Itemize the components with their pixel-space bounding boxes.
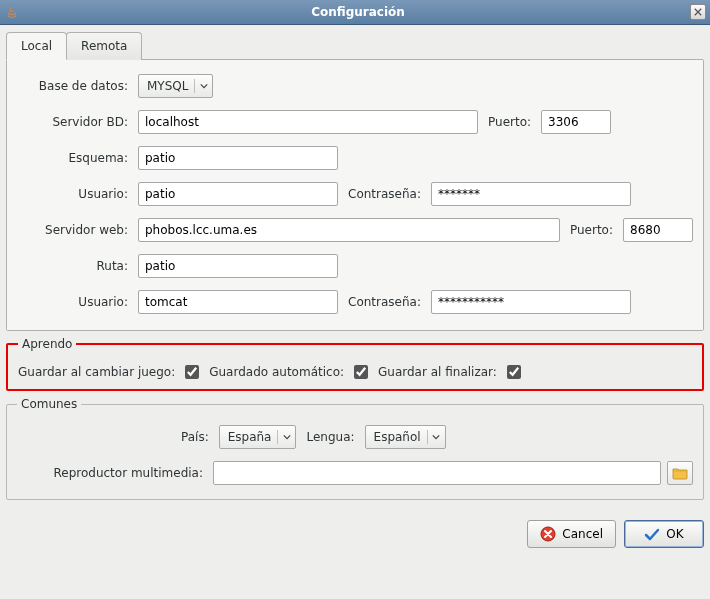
db-base-select[interactable]: MYSQL — [138, 74, 213, 98]
chevron-down-icon — [194, 79, 208, 93]
reproductor-input[interactable] — [213, 461, 661, 485]
guardado-auto-checkbox[interactable] — [354, 365, 368, 379]
guardado-auto-label: Guardado automático: — [209, 365, 344, 379]
browse-folder-button[interactable] — [667, 461, 693, 485]
dialog-footer: Cancel OK — [0, 512, 710, 554]
aprendo-fieldset: Aprendo Guardar al cambiar juego: Guarda… — [6, 337, 704, 391]
lengua-select[interactable]: Español — [365, 425, 446, 449]
db-usuario-input[interactable] — [138, 182, 338, 206]
cancel-label: Cancel — [562, 527, 603, 541]
db-usuario-label: Usuario: — [17, 187, 132, 201]
guardar-finalizar-label: Guardar al finalizar: — [378, 365, 497, 379]
db-contrasena-input[interactable] — [431, 182, 631, 206]
db-contrasena-label: Contraseña: — [344, 187, 425, 201]
window-title: Configuración — [26, 5, 690, 19]
tab-local[interactable]: Local — [6, 32, 67, 60]
db-puerto-label: Puerto: — [484, 115, 535, 129]
db-base-label: Base de datos: — [17, 79, 132, 93]
tab-panel-local: Base de datos: MYSQL Servidor BD: Puerto… — [7, 59, 703, 330]
ok-label: OK — [666, 527, 683, 541]
db-puerto-input[interactable] — [541, 110, 611, 134]
window-body: Local Remota Base de datos: MYSQL Servid… — [0, 25, 710, 512]
web-contrasena-input[interactable] — [431, 290, 631, 314]
tab-remota[interactable]: Remota — [66, 32, 142, 60]
pais-select[interactable]: España — [219, 425, 297, 449]
ok-button[interactable]: OK — [624, 520, 704, 548]
tab-row: Local Remota — [6, 31, 704, 59]
chevron-down-icon — [277, 430, 291, 444]
web-servidor-label: Servidor web: — [17, 223, 132, 237]
guardar-cambiar-checkbox[interactable] — [185, 365, 199, 379]
window-close-button[interactable] — [690, 4, 706, 20]
lengua-value: Español — [374, 430, 421, 444]
web-puerto-input[interactable] — [623, 218, 693, 242]
guardar-finalizar-checkbox[interactable] — [507, 365, 521, 379]
cancel-button[interactable]: Cancel — [527, 520, 616, 548]
web-ruta-label: Ruta: — [17, 259, 132, 273]
aprendo-legend: Aprendo — [18, 337, 76, 351]
cancel-icon — [540, 526, 556, 542]
db-base-value: MYSQL — [147, 79, 188, 93]
java-icon — [4, 4, 20, 20]
lengua-label: Lengua: — [302, 430, 358, 444]
tabs-container: Base de datos: MYSQL Servidor BD: Puerto… — [6, 59, 704, 331]
web-usuario-input[interactable] — [138, 290, 338, 314]
pais-label: País: — [177, 430, 213, 444]
web-usuario-label: Usuario: — [17, 295, 132, 309]
db-servidor-label: Servidor BD: — [17, 115, 132, 129]
comunes-fieldset: Comunes País: España Lengua: Español Rep… — [6, 397, 704, 500]
comunes-legend: Comunes — [17, 397, 81, 411]
web-servidor-input[interactable] — [138, 218, 560, 242]
web-ruta-input[interactable] — [138, 254, 338, 278]
chevron-down-icon — [427, 430, 441, 444]
folder-icon — [672, 466, 688, 480]
reproductor-label: Reproductor multimedia: — [17, 466, 207, 480]
web-puerto-label: Puerto: — [566, 223, 617, 237]
ok-icon — [644, 526, 660, 542]
guardar-cambiar-label: Guardar al cambiar juego: — [18, 365, 175, 379]
pais-value: España — [228, 430, 272, 444]
titlebar: Configuración — [0, 0, 710, 25]
db-servidor-input[interactable] — [138, 110, 478, 134]
web-contrasena-label: Contraseña: — [344, 295, 425, 309]
db-esquema-label: Esquema: — [17, 151, 132, 165]
db-esquema-input[interactable] — [138, 146, 338, 170]
